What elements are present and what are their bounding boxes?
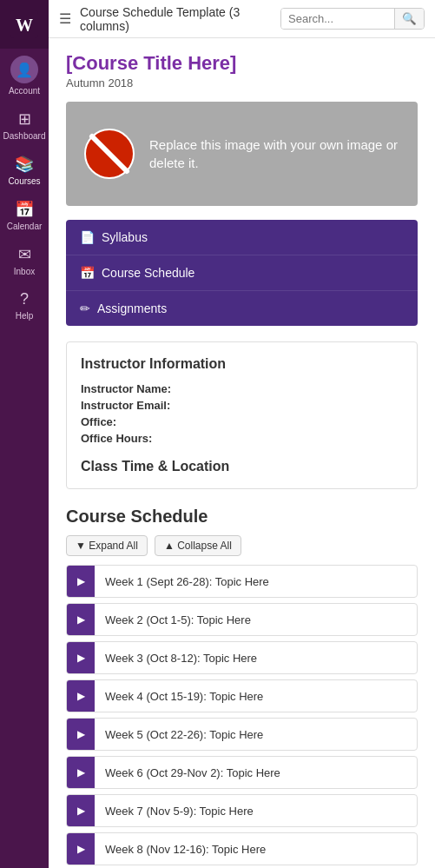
sidebar-label-dashboard: Dashboard (3, 131, 46, 141)
course-subtitle: Autumn 2018 (66, 76, 418, 89)
instructor-name-row: Instructor Name: (81, 382, 403, 395)
sidebar-item-calendar[interactable]: 📅 Calendar (0, 193, 49, 238)
nav-label-course-schedule: Course Schedule (102, 266, 194, 280)
week-item: ▶Week 3 (Oct 8-12): Topic Here (66, 641, 418, 674)
no-sign-icon (83, 128, 135, 180)
course-image-placeholder: Replace this image with your own image o… (66, 102, 418, 206)
assignments-icon: ✏ (80, 301, 90, 315)
sidebar-logo[interactable]: W (0, 0, 49, 49)
instructor-email-row: Instructor Email: (81, 399, 403, 412)
week-toggle-button[interactable]: ▶ (67, 642, 95, 673)
sidebar-item-dashboard[interactable]: ⊞ Dashboard (0, 103, 49, 148)
course-title: [Course Title Here] (66, 52, 418, 75)
week-label: Week 3 (Oct 8-12): Topic Here (95, 645, 267, 672)
menu-icon[interactable]: ☰ (59, 10, 71, 27)
week-label: Week 2 (Oct 1-5): Topic Here (95, 606, 261, 633)
week-items-container: ▶Week 1 (Sept 26-28): Topic Here▶Week 2 … (66, 565, 418, 868)
week-label: Week 8 (Nov 12-16): Topic Here (95, 836, 276, 863)
week-label: Week 6 (Oct 29-Nov 2): Topic Here (95, 759, 291, 786)
instructor-email-label: Instructor Email: (81, 399, 170, 412)
nav-item-syllabus[interactable]: 📄 Syllabus (66, 220, 418, 255)
week-toggle-button[interactable]: ▶ (67, 604, 95, 635)
expand-all-button[interactable]: ▼ Expand All (66, 535, 148, 556)
schedule-title: Course Schedule (66, 507, 418, 527)
sidebar-item-help[interactable]: ? Help (0, 283, 49, 328)
sidebar-label-account: Account (9, 86, 40, 96)
courses-icon: 📚 (15, 155, 34, 174)
avatar: 👤 (10, 56, 38, 83)
topbar: ☰ Course Schedule Template (3 columns) 🔍 (49, 0, 435, 38)
week-item: ▶Week 8 (Nov 12-16): Topic Here (66, 832, 418, 865)
week-toggle-button[interactable]: ▶ (67, 680, 95, 712)
week-toggle-button[interactable]: ▶ (67, 833, 95, 865)
course-schedule-icon: 📅 (80, 266, 95, 280)
search-bar: 🔍 (280, 8, 425, 30)
course-nav: 📄 Syllabus 📅 Course Schedule ✏ Assignmen… (66, 220, 418, 326)
sidebar-item-courses[interactable]: 📚 Courses (0, 148, 49, 193)
inbox-icon: ✉ (18, 245, 31, 264)
svg-text:W: W (16, 16, 33, 35)
sidebar-item-account[interactable]: 👤 Account (0, 49, 49, 103)
week-toggle-button[interactable]: ▶ (67, 719, 95, 750)
week-item: ▶Week 7 (Nov 5-9): Topic Here (66, 794, 418, 827)
dashboard-icon: ⊞ (18, 109, 31, 129)
image-placeholder-text: Replace this image with your own image o… (149, 136, 400, 172)
sidebar-label-courses: Courses (8, 176, 40, 186)
week-toggle-button[interactable]: ▶ (67, 795, 95, 826)
instructor-info-section: Instructor Information Instructor Name: … (66, 341, 418, 489)
instructor-hours-row: Office Hours: (81, 432, 403, 445)
sidebar-label-calendar: Calendar (7, 222, 43, 231)
week-item: ▶Week 5 (Oct 22-26): Topic Here (66, 718, 418, 751)
week-item: ▶Week 1 (Sept 26-28): Topic Here (66, 565, 418, 598)
search-button[interactable]: 🔍 (394, 9, 424, 29)
week-label: Week 4 (Oct 15-19): Topic Here (95, 683, 274, 710)
nav-item-course-schedule[interactable]: 📅 Course Schedule (66, 255, 418, 291)
week-label: Week 5 (Oct 22-26): Topic Here (95, 721, 274, 748)
nav-item-assignments[interactable]: ✏ Assignments (66, 291, 418, 326)
calendar-icon: 📅 (15, 200, 34, 219)
page-title: Course Schedule Template (3 columns) (80, 5, 272, 33)
expand-collapse-bar: ▼ Expand All ▲ Collapse All (66, 535, 418, 556)
page-content: [Course Title Here] Autumn 2018 Replace … (49, 38, 435, 868)
week-label: Week 1 (Sept 26-28): Topic Here (95, 568, 280, 595)
instructor-name-label: Instructor Name: (81, 382, 171, 395)
search-input[interactable] (281, 9, 394, 29)
instructor-office-label: Office: (81, 415, 116, 428)
schedule-section: Course Schedule ▼ Expand All ▲ Collapse … (66, 507, 418, 868)
instructor-section-title: Instructor Information (81, 356, 403, 372)
sidebar-label-inbox: Inbox (14, 267, 35, 276)
nav-label-assignments: Assignments (97, 301, 167, 315)
sidebar-item-inbox[interactable]: ✉ Inbox (0, 238, 49, 283)
week-item: ▶Week 6 (Oct 29-Nov 2): Topic Here (66, 756, 418, 789)
instructor-office-row: Office: (81, 415, 403, 428)
main-content: ☰ Course Schedule Template (3 columns) 🔍… (49, 0, 435, 868)
nav-label-syllabus: Syllabus (102, 230, 148, 244)
week-toggle-button[interactable]: ▶ (67, 757, 95, 788)
week-toggle-button[interactable]: ▶ (67, 566, 95, 597)
instructor-hours-label: Office Hours: (81, 432, 152, 445)
help-icon: ? (20, 290, 29, 308)
week-item: ▶Week 4 (Oct 15-19): Topic Here (66, 679, 418, 712)
syllabus-icon: 📄 (80, 230, 95, 244)
class-time-heading: Class Time & Location (81, 459, 403, 474)
week-label: Week 7 (Nov 5-9): Topic Here (95, 798, 264, 825)
collapse-all-button[interactable]: ▲ Collapse All (155, 535, 241, 556)
week-item: ▶Week 2 (Oct 1-5): Topic Here (66, 603, 418, 636)
sidebar-label-help: Help (16, 311, 34, 321)
sidebar: W 👤 Account ⊞ Dashboard 📚 Courses 📅 Cale… (0, 0, 49, 868)
